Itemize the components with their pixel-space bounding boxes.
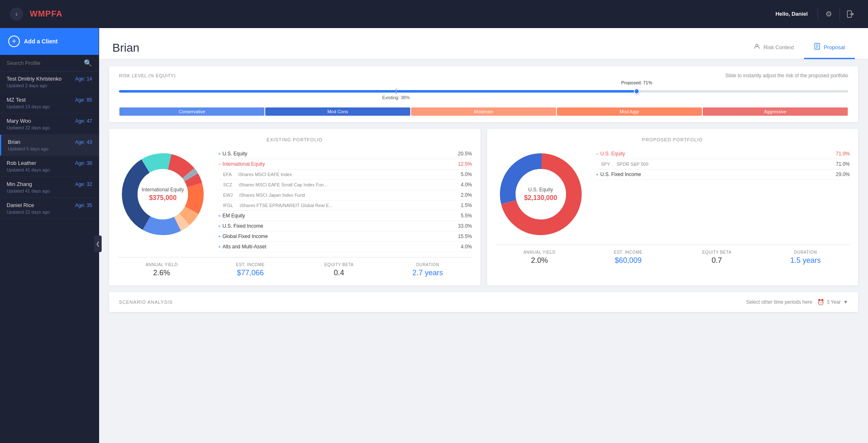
client-item-mz-test[interactable]: MZ Test Age: 85 Updated 13 days ago <box>0 93 99 114</box>
sidebar: + Add a Client 🔍 Test Dmitriy Khristenko… <box>0 28 99 443</box>
page-header: Brian Risk Context Proposal <box>99 28 868 60</box>
content-area: Brian Risk Context Proposal <box>99 28 868 443</box>
brand-name: WMPFA <box>30 9 62 19</box>
top-nav: ‹ WMPFA Hello, Daniel ⚙ <box>0 0 868 28</box>
holding-item: −International Equity 12.5% <box>218 159 472 169</box>
risk-slider-track[interactable] <box>119 90 848 93</box>
logout-button[interactable] <box>843 7 858 21</box>
page-title: Brian <box>112 41 139 55</box>
holding-item: +EM Equity 5.5% <box>218 211 472 221</box>
proposed-donut-center: U.S. Equity $2,130,000 <box>524 187 557 202</box>
proposed-holding-equity: −U.S. Equity71.0% <box>596 149 850 159</box>
proposed-label: Proposed: 71% <box>621 80 652 85</box>
proposed-stat-item: ANNUAL YIELD 2.0% <box>495 250 584 265</box>
risk-slider-fill <box>119 90 637 93</box>
proposed-portfolio-card: PROPOSED PORTFOLIO <box>487 129 858 286</box>
risk-description: Slide to instantly adjust the risk of th… <box>182 73 848 79</box>
nav-divider <box>818 8 818 20</box>
proposed-portfolio-content: U.S. Equity $2,130,000 −U.S. Equity71.0%… <box>495 149 850 240</box>
stat-item: DURATION 2.7 years <box>383 262 472 277</box>
proposed-donut-container: U.S. Equity $2,130,000 <box>495 149 586 240</box>
client-item-brian[interactable]: Brian Age: 43 Updated 5 days ago <box>0 135 99 156</box>
existing-holdings-list: +U.S. Equity 20.5% −International Equity… <box>218 149 472 252</box>
stat-item: EQUITY BETA 0.4 <box>295 262 383 277</box>
holding-item: +Alts and Multi-Asset 4.0% <box>218 242 472 252</box>
back-button[interactable]: ‹ <box>10 7 23 21</box>
chevron-down-icon: ▼ <box>843 299 848 305</box>
holding-item: IFGL iShares FTSE EPRA/NAREIT Global Rea… <box>218 200 472 211</box>
existing-portfolio-card: EXISTING PORTFOLIO <box>109 129 480 286</box>
proposed-stat-item: DURATION 1.5 years <box>761 250 850 265</box>
existing-portfolio-content: International Equity $375,000 +U.S. Equi… <box>117 149 472 252</box>
proposal-icon <box>814 43 820 51</box>
risk-cat-aggressive[interactable]: Aggressive <box>703 107 848 116</box>
holding-item: EWJ iShares MSCI Japan Index Fund 2.0% <box>218 190 472 200</box>
holding-item: +Global Fixed Income 15.5% <box>218 231 472 242</box>
proposed-holding-spy: SPYSPDR S&P 50071.0% <box>596 159 850 169</box>
scenario-right: Select other time periods here ⏰ 3 Year … <box>746 299 848 305</box>
proposed-stat-item: EQUITY BETA 0.7 <box>673 250 761 265</box>
risk-cat-conservative[interactable]: Conservative <box>119 107 264 116</box>
add-client-icon: + <box>8 36 20 47</box>
proposed-stat-item: EST. INCOME $60,009 <box>584 250 673 265</box>
proposed-holdings-list: −U.S. Equity71.0%SPYSPDR S&P 50071.0%+U.… <box>596 149 850 180</box>
stat-item: EST. INCOME $77,066 <box>206 262 295 277</box>
risk-cat-mod-cons[interactable]: Mod Cons <box>265 107 410 116</box>
existing-donut-title: International Equity <box>142 187 184 193</box>
main-layout: + Add a Client 🔍 Test Dmitriy Khristenko… <box>0 28 868 443</box>
holding-item: +U.S. Fixed Income 33.0% <box>218 221 472 231</box>
scenario-analysis-bar: SCENARIO ANALYSIS Select other time peri… <box>109 292 858 312</box>
client-item-daniel-rice[interactable]: Daniel Rice Age: 35 Updated 22 days ago <box>0 198 99 219</box>
client-item-rob-leather[interactable]: Rob Leather Age: 38 Updated 41 days ago <box>0 156 99 177</box>
search-icon[interactable]: 🔍 <box>84 59 92 67</box>
client-list: Test Dmitriy Khristenko Age: 14 Updated … <box>0 71 99 443</box>
search-box: 🔍 <box>0 55 99 71</box>
client-item-min-zhang[interactable]: Min Zhang Age: 32 Updated 41 days ago <box>0 177 99 198</box>
holding-item: EFA iShares MSCI EAFE Index 5.0% <box>218 169 472 180</box>
sidebar-collapse-button[interactable]: ❮ <box>94 236 102 252</box>
header-tabs: Risk Context Proposal <box>744 36 855 59</box>
logout-icon <box>847 10 855 18</box>
risk-categories: ConservativeMod ConsModerateMod AggrAggr… <box>119 107 848 116</box>
stat-item: ANNUAL YIELD 2.6% <box>117 262 206 277</box>
risk-slider-thumb[interactable] <box>634 88 640 94</box>
risk-context-icon <box>754 43 760 51</box>
existing-label: Existing: 38% <box>382 95 410 100</box>
risk-cat-moderate[interactable]: Moderate <box>411 107 556 116</box>
existing-donut-value: $375,000 <box>142 194 184 202</box>
risk-level-label: RISK LEVEL (% EQUITY) <box>119 73 176 78</box>
existing-portfolio-title: EXISTING PORTFOLIO <box>117 137 472 142</box>
scenario-time-hint: Select other time periods here <box>746 299 812 305</box>
time-period-value: 3 Year <box>827 299 841 305</box>
tab-risk-context[interactable]: Risk Context <box>744 36 804 59</box>
holding-item: +U.S. Equity 20.5% <box>218 149 472 159</box>
nav-greeting: Hello, Daniel <box>775 11 808 17</box>
client-item-test-dmitriy-khristenko[interactable]: Test Dmitriy Khristenko Age: 14 Updated … <box>0 71 99 93</box>
risk-cat-mod-aggr[interactable]: Mod Aggr <box>557 107 702 116</box>
search-input[interactable] <box>7 60 84 66</box>
existing-donut-center: International Equity $375,000 <box>142 187 184 202</box>
existing-stats-row: ANNUAL YIELD 2.6% EST. INCOME $77,066 EQ… <box>117 257 472 277</box>
client-item-mary-woo[interactable]: Mary Woo Age: 47 Updated 22 days ago <box>0 114 99 135</box>
tab-proposal[interactable]: Proposal <box>804 36 855 59</box>
risk-existing-line <box>396 88 397 94</box>
proposed-portfolio-title: PROPOSED PORTFOLIO <box>495 137 850 142</box>
proposed-stats-row: ANNUAL YIELD 2.0% EST. INCOME $60,009 EQ… <box>495 245 850 265</box>
time-period-button[interactable]: ⏰ 3 Year ▼ <box>817 299 848 305</box>
portfolios-row: EXISTING PORTFOLIO <box>109 129 858 286</box>
proposed-donut-value: $2,130,000 <box>524 194 557 202</box>
settings-button[interactable]: ⚙ <box>821 7 836 21</box>
proposed-donut-title: U.S. Equity <box>524 187 557 193</box>
risk-panel: RISK LEVEL (% EQUITY) Slide to instantly… <box>109 66 858 122</box>
existing-donut-container: International Equity $375,000 <box>117 149 208 240</box>
scenario-title: SCENARIO ANALYSIS <box>119 300 173 305</box>
clock-icon: ⏰ <box>817 299 824 305</box>
add-client-button[interactable]: + Add a Client <box>0 28 99 55</box>
holding-item: SCZ iShares MSCI EAFE Small Cap Index Fu… <box>218 180 472 190</box>
nav-divider-2 <box>839 8 840 20</box>
proposed-holding-fixed-income: +U.S. Fixed Income29.0% <box>596 169 850 180</box>
